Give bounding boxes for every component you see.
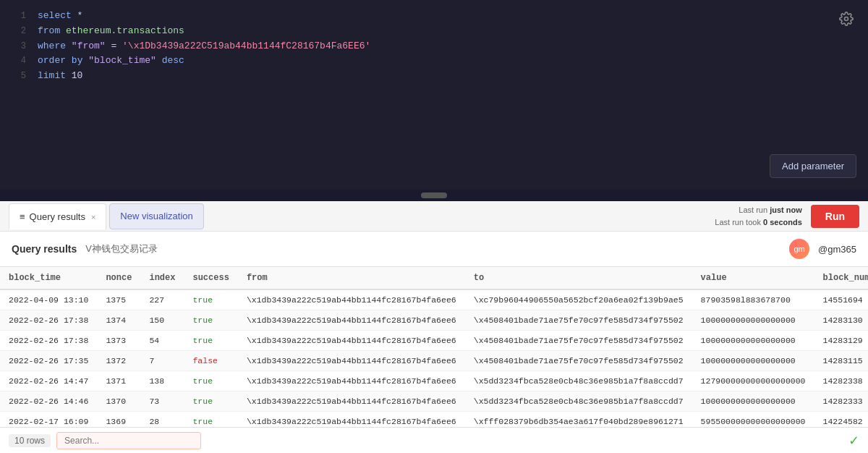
cell-from: \x1db3439a222c519ab44bb1144fc28167b4fa6e…: [238, 310, 465, 331]
cell-nonce: 1370: [97, 391, 140, 412]
list-icon: ≡: [20, 211, 25, 222]
last-run-duration: 0 seconds: [763, 218, 802, 226]
code-line-5: 5 limit 10: [0, 69, 868, 84]
settings-button[interactable]: [836, 9, 856, 31]
results-table: block_time nonce index success from to v…: [0, 267, 868, 427]
cell-block-number: 14283115: [814, 351, 868, 371]
cell-from: \x1db3439a222c519ab44bb1144fc28167b4fa6e…: [238, 351, 465, 371]
table-row: 2022-02-17 16:09 1369 28 true \x1db3439a…: [0, 412, 868, 428]
cell-block-number: 14283130: [814, 310, 868, 331]
cell-index: 227: [140, 289, 184, 310]
cell-nonce: 1372: [97, 351, 140, 371]
col-nonce[interactable]: nonce: [97, 267, 140, 289]
code-line-3: 3 where "from" = '\x1Db3439a222C519ab44b…: [0, 39, 868, 54]
col-index[interactable]: index: [140, 267, 184, 289]
table-row: 2022-02-26 17:38 1373 54 true \x1db3439a…: [0, 331, 868, 351]
cell-to: \x5dd3234fbca528e0cb48c36e985b1a7f8a8ccd…: [465, 371, 692, 391]
code-line-2: 2 from ethereum.transactions: [0, 24, 868, 39]
last-run-time: just now: [770, 206, 802, 214]
cell-index: 54: [140, 331, 184, 351]
col-to[interactable]: to: [465, 267, 692, 289]
results-title: Query results: [12, 243, 77, 255]
search-input[interactable]: [56, 432, 201, 449]
svg-point-0: [845, 17, 848, 21]
table-container[interactable]: block_time nonce index success from to v…: [0, 267, 868, 427]
last-run-took-row: Last run took 0 seconds: [715, 216, 801, 229]
code-editor[interactable]: 1 select * 2 from ethereum.transactions …: [0, 0, 868, 190]
cell-value: 1000000000000000000: [692, 310, 814, 331]
cell-success: true: [184, 371, 237, 391]
col-block-time[interactable]: block_time: [0, 267, 97, 289]
tab-new-visualization[interactable]: New visualization: [109, 203, 203, 229]
cell-nonce: 1374: [97, 310, 140, 331]
cell-to: \x4508401bade71ae75fe70c97fe585d734f9755…: [465, 351, 692, 371]
col-success[interactable]: success: [184, 267, 237, 289]
results-panel: ≡ Query results × New visualization Last…: [0, 201, 868, 453]
cell-block-time: 2022-02-17 16:09: [0, 412, 97, 428]
table-body: 2022-04-09 13:10 1375 227 true \x1db3439…: [0, 289, 868, 427]
results-header: Query results V神钱包交易记录 gm @gm365: [0, 232, 868, 267]
code-line-4: 4 order by "block_time" desc: [0, 54, 868, 69]
cell-block-time: 2022-02-26 17:38: [0, 310, 97, 331]
cell-success: true: [184, 391, 237, 412]
cell-block-number: 14283129: [814, 331, 868, 351]
results-subtitle: V神钱包交易记录: [85, 242, 158, 255]
cell-success: true: [184, 412, 237, 428]
bottom-bar: 10 rows ✓: [0, 427, 868, 453]
last-run-took-label: Last run took: [715, 218, 763, 226]
table-row: 2022-02-26 14:47 1371 138 true \x1db3439…: [0, 371, 868, 391]
table-row: 2022-02-26 14:46 1370 73 true \x1db3439a…: [0, 391, 868, 412]
cell-index: 138: [140, 371, 184, 391]
cell-to: \xc79b96044906550a5652bcf20a6ea02f139b9a…: [465, 289, 692, 310]
cell-value: 1000000000000000000: [692, 331, 814, 351]
rows-count: 10 rows: [9, 434, 51, 447]
cell-index: 73: [140, 391, 184, 412]
cell-nonce: 1375: [97, 289, 140, 310]
cell-to: \x5dd3234fbca528e0cb48c36e985b1a7f8a8ccd…: [465, 391, 692, 412]
cell-index: 7: [140, 351, 184, 371]
cell-to: \xfff028379b6db354ae3a617f040bd289e89612…: [465, 412, 692, 428]
cell-success: true: [184, 289, 237, 310]
table-row: 2022-04-09 13:10 1375 227 true \x1db3439…: [0, 289, 868, 310]
cell-value: 595500000000000000000: [692, 412, 814, 428]
cell-block-time: 2022-02-26 14:46: [0, 391, 97, 412]
tab-label: Query results: [30, 211, 85, 222]
cell-success: true: [184, 310, 237, 331]
cell-value: 87903598l883678700: [692, 289, 814, 310]
cell-from: \x1db3439a222c519ab44bb1144fc28167b4fa6e…: [238, 391, 465, 412]
drag-handle[interactable]: [0, 190, 868, 201]
tab-close-button[interactable]: ×: [91, 213, 95, 221]
cell-nonce: 1373: [97, 331, 140, 351]
cell-block-time: 2022-02-26 17:38: [0, 331, 97, 351]
add-parameter-button[interactable]: Add parameter: [770, 154, 856, 178]
col-value[interactable]: value: [692, 267, 814, 289]
cell-from: \x1db3439a222c519ab44bb1144fc28167b4fa6e…: [238, 289, 465, 310]
run-info: Last run just now Last run took 0 second…: [715, 204, 801, 228]
cell-block-time: 2022-02-26 14:47: [0, 371, 97, 391]
col-from[interactable]: from: [238, 267, 465, 289]
tabs-left: ≡ Query results × New visualization: [9, 203, 204, 229]
cell-value: 127900000000000000000: [692, 371, 814, 391]
username: @gm365: [818, 244, 856, 255]
cell-value: 1000000000000000000: [692, 391, 814, 412]
cell-success: false: [184, 351, 237, 371]
cell-to: \x4508401bade71ae75fe70c97fe585d734f9755…: [465, 310, 692, 331]
cell-from: \x1db3439a222c519ab44bb1144fc28167b4fa6e…: [238, 331, 465, 351]
cell-index: 28: [140, 412, 184, 428]
cell-block-time: 2022-02-26 17:35: [0, 351, 97, 371]
last-run-label: Last run: [739, 206, 770, 214]
cell-from: \x1db3439a222c519ab44bb1144fc28167b4fa6e…: [238, 371, 465, 391]
avatar: gm: [789, 239, 809, 259]
tab-query-results[interactable]: ≡ Query results ×: [9, 203, 106, 229]
drag-indicator: [421, 192, 447, 198]
cell-nonce: 1369: [97, 412, 140, 428]
run-button[interactable]: Run: [811, 205, 859, 228]
cell-success: true: [184, 331, 237, 351]
cell-block-number: 14282333: [814, 391, 868, 412]
table-row: 2022-02-26 17:35 1372 7 false \x1db3439a…: [0, 351, 868, 371]
cell-block-number: 14224582: [814, 412, 868, 428]
col-block-number[interactable]: block_number: [814, 267, 868, 289]
cell-value: 1000000000000000000: [692, 351, 814, 371]
check-icon: ✓: [848, 433, 859, 449]
code-lines: 1 select * 2 from ethereum.transactions …: [0, 9, 868, 84]
